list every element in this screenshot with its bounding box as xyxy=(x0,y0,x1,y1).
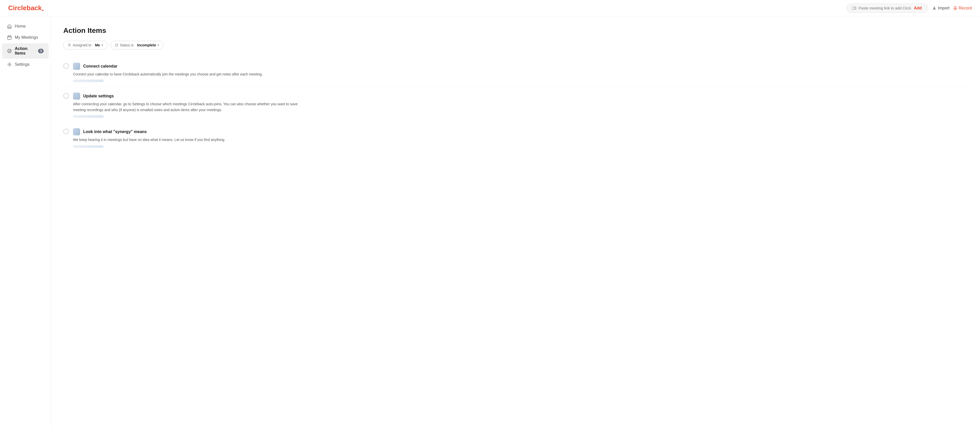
action-item-3-header: Look into what "synergy" means xyxy=(73,128,968,135)
action-item-2-meta-pill xyxy=(73,115,103,118)
sidebar-item-my-meetings[interactable]: My Meetings xyxy=(2,32,49,43)
action-item-1-description: Connect your calendar to have Circleback… xyxy=(73,71,303,77)
app-logo: Circleback. xyxy=(8,4,44,12)
action-item-1-checkbox[interactable] xyxy=(63,63,69,69)
action-item-3-checkbox[interactable] xyxy=(63,129,69,134)
action-item-1-meta-pill xyxy=(73,79,103,82)
action-item-2-header: Update settings xyxy=(73,92,968,100)
action-item-2-title: Update settings xyxy=(83,94,114,98)
action-items-badge: 3 xyxy=(38,49,44,53)
action-item-3-meta-pill xyxy=(73,145,103,148)
sidebar-label-settings: Settings xyxy=(15,62,30,67)
meeting-link-input[interactable] xyxy=(859,6,911,10)
action-item-2-content: Update settings After connecting your ca… xyxy=(73,92,968,118)
status-filter-value: Incomplete xyxy=(137,43,156,47)
logo-text: Circleback xyxy=(8,4,42,12)
svg-point-6 xyxy=(69,44,70,45)
video-icon xyxy=(852,6,856,10)
assigned-filter-value: Me xyxy=(95,43,100,47)
action-item-3-meta xyxy=(73,145,968,148)
action-item-1: Connect calendar Connect your calendar t… xyxy=(63,58,968,87)
sidebar-label-my-meetings: My Meetings xyxy=(15,35,38,40)
assigned-chevron-icon: ▾ xyxy=(102,43,103,47)
refresh-icon xyxy=(115,43,118,47)
logo-dot: . xyxy=(42,4,44,12)
gear-icon xyxy=(7,62,12,67)
assigned-filter-label: Assigned to xyxy=(73,43,91,47)
action-item-3-content: Look into what "synergy" means We keep h… xyxy=(73,128,968,147)
action-item-2-avatar xyxy=(73,92,80,100)
svg-rect-1 xyxy=(955,6,956,9)
home-icon xyxy=(7,24,12,29)
action-item-2-meta xyxy=(73,115,968,118)
action-item-3-avatar xyxy=(73,128,80,135)
action-items-list: Connect calendar Connect your calendar t… xyxy=(63,58,968,153)
sidebar-item-settings[interactable]: Settings xyxy=(2,59,49,70)
action-item-3-description: We keep hearing it in meetings but have … xyxy=(73,137,303,143)
calendar-icon xyxy=(7,35,12,40)
action-item-1-meta xyxy=(73,79,968,82)
sidebar-label-home: Home xyxy=(15,24,26,29)
action-item-1-content: Connect calendar Connect your calendar t… xyxy=(73,63,968,82)
meeting-link-container: Add xyxy=(846,3,928,13)
app-layout: Home My Meetings Action Items 3 xyxy=(0,16,980,428)
main-content: Action Items Assigned to Me ▾ xyxy=(51,16,980,428)
header-actions: Add Import Record xyxy=(846,3,972,13)
person-icon xyxy=(68,43,71,47)
action-item-1-title: Connect calendar xyxy=(83,64,118,68)
page-title: Action Items xyxy=(63,27,968,35)
action-item-2: Update settings After connecting your ca… xyxy=(63,87,968,123)
action-item-3: Look into what "synergy" means We keep h… xyxy=(63,123,968,153)
sidebar-item-home[interactable]: Home xyxy=(2,21,49,32)
import-button[interactable]: Import xyxy=(932,6,950,10)
sidebar-label-action-items: Action Items xyxy=(15,46,35,55)
action-item-1-avatar xyxy=(73,63,80,70)
sidebar-item-action-items[interactable]: Action Items 3 xyxy=(2,43,49,59)
microphone-icon xyxy=(953,6,957,10)
action-item-2-checkbox[interactable] xyxy=(63,93,69,99)
action-item-1-header: Connect calendar xyxy=(73,63,968,70)
record-label: Record xyxy=(959,6,972,10)
status-chevron-icon: ▾ xyxy=(158,43,159,47)
check-circle-icon xyxy=(7,49,12,53)
import-label: Import xyxy=(938,6,950,10)
status-filter-label: Status is xyxy=(120,43,134,47)
assigned-filter[interactable]: Assigned to Me ▾ xyxy=(63,41,107,49)
svg-rect-0 xyxy=(852,7,855,10)
app-header: Circleback. Add Import xyxy=(0,0,980,16)
svg-point-4 xyxy=(8,49,11,53)
action-item-3-title: Look into what "synergy" means xyxy=(83,130,147,134)
svg-point-5 xyxy=(9,64,10,65)
record-button[interactable]: Record xyxy=(953,6,972,10)
add-button[interactable]: Add xyxy=(913,6,923,10)
status-filter[interactable]: Status is Incomplete ▾ xyxy=(110,41,164,49)
sidebar: Home My Meetings Action Items 3 xyxy=(0,16,51,428)
svg-rect-3 xyxy=(8,36,11,40)
action-item-2-description: After connecting your calendar, go to Se… xyxy=(73,101,303,113)
filters-bar: Assigned to Me ▾ Status is Incomplete ▾ xyxy=(63,41,968,49)
import-icon xyxy=(932,6,936,10)
